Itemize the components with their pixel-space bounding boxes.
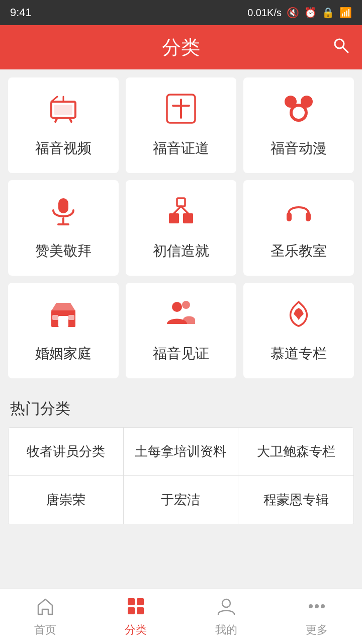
- search-button[interactable]: [332, 36, 350, 59]
- nav-label-mine: 我的: [215, 622, 237, 637]
- category-label-music-classroom: 圣乐教室: [270, 242, 327, 261]
- svg-point-37: [309, 604, 313, 608]
- bottom-nav: 首页 分类 我的 更多: [0, 589, 362, 644]
- svg-rect-28: [68, 315, 74, 320]
- pray-icon: [283, 298, 315, 335]
- more-icon: [307, 596, 327, 619]
- hot-item-1[interactable]: 土每拿培训资料: [124, 428, 239, 476]
- category-item-gospel-testimony[interactable]: 福音证道: [126, 77, 236, 173]
- status-bar: 9:41 0.01K/s 🔇 ⏰ 🔒 📶: [0, 0, 362, 25]
- category-label-gospel-witness: 福音见证: [153, 344, 209, 363]
- svg-rect-27: [52, 315, 58, 320]
- person-icon: [216, 596, 236, 619]
- page-title: 分类: [162, 35, 200, 60]
- svg-rect-32: [128, 598, 135, 605]
- category-grid: 福音视频 福音证道 福音动漫: [8, 77, 354, 378]
- category-item-gospel-video[interactable]: 福音视频: [8, 77, 119, 173]
- hot-section-title: 热门分类: [8, 398, 354, 419]
- alarm-icon: ⏰: [304, 7, 317, 19]
- category-item-marriage-family[interactable]: 婚姻家庭: [8, 283, 119, 378]
- svg-line-1: [343, 47, 348, 52]
- svg-rect-23: [287, 212, 292, 221]
- hot-item-4[interactable]: 于宏洁: [124, 476, 239, 524]
- hot-item-5[interactable]: 程蒙恩专辑: [238, 476, 353, 524]
- nav-item-mine[interactable]: 我的: [181, 589, 272, 644]
- lock-icon: 🔒: [322, 7, 334, 19]
- svg-rect-24: [306, 212, 311, 221]
- mute-icon: 🔇: [287, 7, 299, 19]
- category-label-gospel-testimony: 福音证道: [153, 139, 209, 158]
- hot-item-0[interactable]: 牧者讲员分类: [9, 428, 124, 476]
- hot-grid: 牧者讲员分类 土每拿培训资料 大卫鲍森专栏 唐崇荣 于宏洁 程蒙恩专辑: [8, 427, 354, 524]
- cross-icon: [165, 93, 197, 130]
- hot-item-3[interactable]: 唐崇荣: [9, 476, 124, 524]
- header: 分类: [0, 25, 362, 69]
- svg-line-22: [181, 206, 188, 213]
- nav-label-home: 首页: [34, 622, 56, 637]
- main-content: 福音视频 福音证道 福音动漫: [0, 69, 362, 589]
- svg-rect-33: [137, 598, 144, 605]
- nav-label-more: 更多: [306, 622, 328, 637]
- svg-point-31: [182, 301, 190, 309]
- svg-rect-20: [183, 213, 193, 223]
- blocks-icon: [165, 195, 197, 232]
- headphone-icon: [283, 195, 315, 232]
- nav-item-more[interactable]: 更多: [272, 589, 362, 644]
- category-label-praise-worship: 赞美敬拜: [35, 242, 92, 261]
- shop-icon: [47, 298, 79, 335]
- svg-rect-19: [169, 213, 179, 223]
- signal-icon: 📶: [339, 7, 352, 19]
- category-item-music-classroom[interactable]: 圣乐教室: [243, 180, 354, 276]
- nav-item-category[interactable]: 分类: [90, 589, 181, 644]
- category-label-gospel-video: 福音视频: [35, 139, 92, 158]
- category-item-new-believer[interactable]: 初信造就: [126, 180, 236, 276]
- tv-icon: [47, 93, 79, 130]
- category-label-gospel-animation: 福音动漫: [270, 139, 327, 158]
- category-item-gospel-witness[interactable]: 福音见证: [126, 283, 236, 378]
- category-label-seeker-column: 慕道专栏: [270, 344, 327, 363]
- nav-item-home[interactable]: 首页: [0, 589, 90, 644]
- hot-section: 热门分类 牧者讲员分类 土每拿培训资料 大卫鲍森专栏 唐崇荣 于宏洁 程蒙恩专辑: [8, 398, 354, 524]
- hot-item-2[interactable]: 大卫鲍森专栏: [238, 428, 353, 476]
- category-icon: [126, 596, 146, 619]
- category-item-praise-worship[interactable]: 赞美敬拜: [8, 180, 119, 276]
- svg-line-21: [174, 206, 181, 213]
- people-icon: [165, 298, 197, 335]
- svg-rect-35: [137, 607, 144, 614]
- mic-icon: [47, 195, 79, 232]
- svg-rect-15: [58, 198, 68, 213]
- home-icon: [35, 596, 55, 619]
- category-item-seeker-column[interactable]: 慕道专栏: [243, 283, 354, 378]
- svg-rect-34: [128, 607, 135, 614]
- status-right: 0.01K/s 🔇 ⏰ 🔒 📶: [247, 7, 352, 19]
- mickey-icon: [283, 93, 315, 130]
- svg-point-39: [321, 604, 325, 608]
- status-time: 9:41: [10, 6, 32, 19]
- category-item-gospel-animation[interactable]: 福音动漫: [243, 77, 354, 173]
- network-speed: 0.01K/s: [247, 7, 282, 19]
- svg-point-38: [315, 604, 319, 608]
- category-label-new-believer: 初信造就: [153, 242, 209, 261]
- svg-rect-26: [58, 316, 68, 327]
- nav-label-category: 分类: [125, 622, 147, 637]
- svg-point-30: [172, 302, 182, 312]
- svg-rect-7: [54, 105, 72, 115]
- svg-point-14: [293, 107, 305, 119]
- category-label-marriage-family: 婚姻家庭: [35, 344, 92, 363]
- svg-rect-18: [177, 198, 185, 206]
- svg-point-36: [222, 599, 230, 607]
